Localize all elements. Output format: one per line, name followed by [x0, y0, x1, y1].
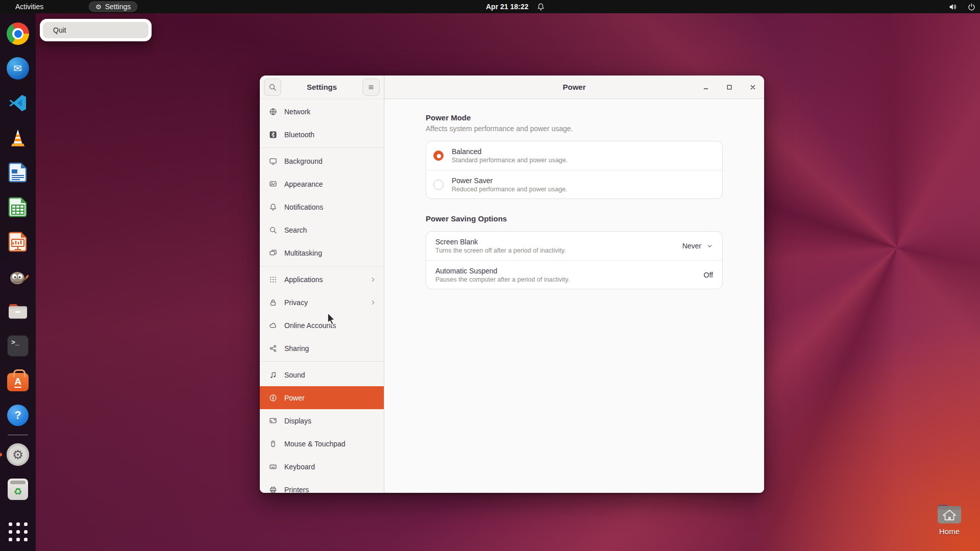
gimp-icon — [7, 266, 29, 287]
dock-vscode-icon[interactable] — [6, 91, 30, 115]
power-mode-option-power-saver[interactable]: Power Saver Reduced performance and powe… — [426, 170, 722, 198]
sidebar-item-label: Appearance — [284, 180, 377, 188]
settings-window: Settings Network Bluetooth — [260, 76, 764, 493]
dock-separator — [8, 435, 28, 435]
network-icon — [269, 108, 277, 116]
libreoffice-calc-icon — [8, 197, 28, 217]
sidebar-item-sound[interactable]: Sound — [260, 363, 384, 386]
sidebar-item-label: Power — [284, 394, 377, 402]
minimize-icon — [702, 83, 710, 91]
dock-thunderbird-icon[interactable]: ✉ — [6, 56, 30, 81]
close-icon — [749, 83, 757, 91]
primary-menu-button[interactable] — [362, 79, 380, 96]
sharing-icon — [269, 344, 277, 353]
sidebar-list: Network Bluetooth Background — [260, 99, 384, 493]
screen-blank-value: Never — [682, 242, 701, 250]
dock-trash-icon[interactable]: ♻ — [6, 477, 30, 502]
sidebar-item-label: Printers — [284, 486, 377, 493]
screen-blank-dropdown[interactable]: Never — [682, 242, 713, 250]
dock-help-icon[interactable]: ? — [6, 403, 30, 428]
focused-app-menu-button[interactable]: ⚙ Settings — [88, 1, 138, 12]
close-button[interactable] — [747, 81, 759, 93]
sidebar-item-label: Notifications — [284, 203, 377, 211]
sidebar-item-appearance[interactable]: Appearance — [260, 172, 384, 195]
question-mark-glyph: ? — [14, 409, 21, 422]
settings-main-panel: Power Powe — [384, 76, 764, 493]
home-folder-label: Home — [939, 527, 960, 536]
sidebar-item-privacy[interactable]: Privacy — [260, 291, 384, 314]
power-mode-card: Balanced Standard performance and power … — [426, 141, 723, 199]
sidebar-item-displays[interactable]: Displays — [260, 409, 384, 432]
clock-menu[interactable]: Apr 21 18:22 — [486, 0, 545, 13]
automatic-suspend-row[interactable]: Automatic Suspend Pauses the computer af… — [426, 260, 722, 289]
sidebar-separator — [260, 147, 384, 148]
activities-button[interactable]: Activities — [15, 3, 43, 11]
dock-ubuntu-software-icon[interactable]: A — [6, 368, 30, 393]
software-a-glyph: A — [14, 377, 21, 388]
sidebar-item-applications[interactable]: Applications — [260, 268, 384, 291]
sidebar-separator — [260, 361, 384, 362]
notification-bell-icon — [536, 3, 545, 11]
maximize-button[interactable] — [723, 81, 736, 93]
minimize-button[interactable] — [700, 81, 712, 93]
sidebar-item-bluetooth[interactable]: Bluetooth — [260, 123, 384, 146]
home-folder-launcher[interactable]: Home — [931, 502, 968, 536]
chevron-right-icon — [370, 299, 377, 306]
dock-vlc-icon[interactable] — [6, 126, 30, 150]
dock-libreoffice-calc-icon[interactable] — [6, 195, 30, 219]
search-icon — [269, 226, 277, 234]
sidebar-item-background[interactable]: Background — [260, 149, 384, 172]
window-controls — [700, 76, 759, 99]
sidebar-item-sharing[interactable]: Sharing — [260, 337, 384, 360]
vscode-icon — [8, 93, 28, 113]
files-icon — [7, 302, 29, 320]
search-button[interactable] — [264, 79, 281, 96]
power-status-icon — [967, 3, 976, 11]
dock-libreoffice-writer-icon[interactable] — [6, 160, 30, 185]
dock-gimp-icon[interactable] — [6, 264, 30, 289]
radio-balanced[interactable] — [433, 151, 444, 161]
dock-app-grid-button[interactable] — [6, 519, 30, 544]
row-description: Turns the screen off after a period of i… — [435, 247, 682, 254]
power-mode-option-balanced[interactable]: Balanced Standard performance and power … — [426, 141, 722, 170]
sidebar-item-search[interactable]: Search — [260, 218, 384, 241]
sidebar-item-notifications[interactable]: Notifications — [260, 195, 384, 218]
gear-icon: ⚙ — [95, 4, 102, 10]
dock-terminal-icon[interactable]: >_ — [6, 334, 30, 358]
row-label: Screen Blank — [435, 238, 682, 246]
sidebar-item-label: Bluetooth — [284, 131, 377, 139]
libreoffice-impress-icon — [8, 232, 28, 252]
dock-libreoffice-impress-icon[interactable] — [6, 230, 30, 254]
displays-icon — [269, 417, 277, 425]
sidebar-item-network[interactable]: Network — [260, 100, 384, 123]
envelope-icon: ✉ — [14, 62, 22, 74]
hamburger-menu-icon — [367, 83, 375, 91]
multitasking-icon — [269, 249, 277, 257]
option-description: Reduced performance and power usage. — [452, 186, 713, 193]
dock-files-icon[interactable] — [6, 299, 30, 323]
sidebar-item-keyboard[interactable]: Keyboard — [260, 455, 384, 478]
sidebar-item-mouse-touchpad[interactable]: Mouse & Touchpad — [260, 432, 384, 455]
sidebar-item-label: Mouse & Touchpad — [284, 440, 377, 448]
sidebar-item-multitasking[interactable]: Multitasking — [260, 241, 384, 264]
dock-chrome-icon[interactable] — [6, 21, 30, 46]
sound-note-icon — [269, 371, 277, 379]
background-icon — [269, 157, 277, 165]
chevron-down-icon — [706, 243, 713, 249]
sidebar-item-power[interactable]: Power — [260, 386, 384, 409]
sidebar-item-printers[interactable]: Printers — [260, 478, 384, 493]
sidebar-item-label: Sharing — [284, 344, 377, 353]
sidebar-item-online-accounts[interactable]: Online Accounts — [260, 314, 384, 337]
sidebar-item-label: Keyboard — [284, 463, 377, 471]
dock: ✉ — [0, 13, 36, 551]
sidebar-separator — [260, 266, 384, 266]
system-status-area[interactable] — [948, 0, 976, 13]
volume-icon — [948, 3, 957, 11]
radio-power-saver[interactable] — [433, 180, 444, 190]
terminal-prompt-glyph: >_ — [11, 339, 19, 346]
screen-blank-row[interactable]: Screen Blank Turns the screen off after … — [426, 232, 722, 260]
bluetooth-icon — [269, 131, 277, 139]
dock-settings-icon[interactable]: ⚙ — [6, 442, 30, 467]
quit-menu-item[interactable]: Quit — [43, 22, 149, 38]
focused-app-name: Settings — [105, 3, 131, 11]
